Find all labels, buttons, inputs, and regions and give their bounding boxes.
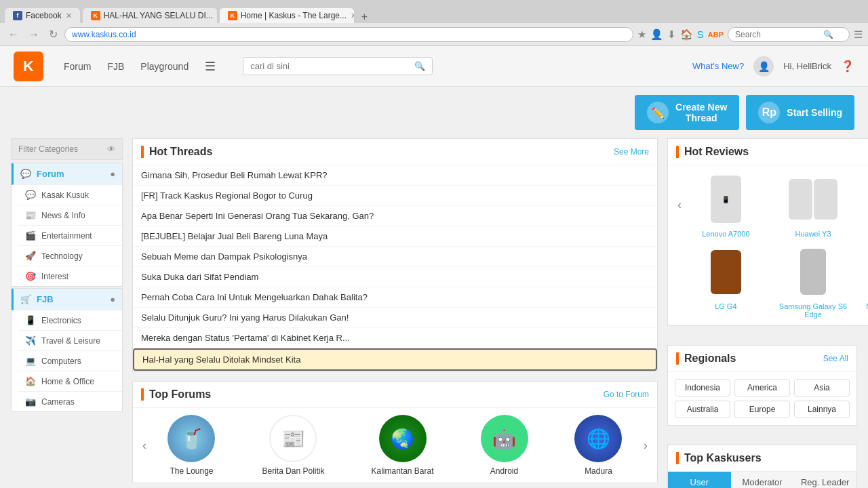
- site-logo[interactable]: [14, 52, 43, 81]
- thread-item-2[interactable]: Apa Benar Seperti Ini Generasi Orang Tua…: [133, 206, 657, 226]
- thread-item-7[interactable]: Selalu Ditunjuk Guru? Ini yang Harus Dil…: [133, 308, 657, 328]
- create-thread-button[interactable]: ✏️ Create NewThread: [635, 95, 739, 130]
- thread-item-9[interactable]: Hal-Hal yang Selalu Ditolak Mindset Kita: [133, 348, 657, 371]
- sidebar-item-news-info[interactable]: 📰 News & Info: [18, 205, 122, 226]
- thread-item-4[interactable]: Sebuah Meme dan Dampak Psikologisnya: [133, 247, 657, 267]
- back-button[interactable]: ←: [5, 27, 22, 42]
- new-tab-button[interactable]: +: [356, 11, 373, 23]
- tab-home-close[interactable]: ✕: [351, 12, 355, 20]
- thread-item-6[interactable]: Pernah Coba Cara Ini Untuk Mengeluarkan …: [133, 287, 657, 308]
- regional-btn-asia[interactable]: Asia: [794, 379, 850, 396]
- thread-item-3[interactable]: [BEJUBEL] Belajar Jual Beli Bareng Luna …: [133, 226, 657, 247]
- sidebar-item-forum[interactable]: 💬 Forum ●: [12, 163, 122, 185]
- regional-btn-america[interactable]: America: [734, 379, 790, 396]
- regional-btn-europe[interactable]: Europe: [734, 401, 790, 418]
- review-item-lenovo[interactable]: 📱 Lenovo A7000: [684, 172, 768, 238]
- filter-categories[interactable]: Filter Categories 👁: [11, 138, 123, 160]
- forum-arrow-icon: ●: [110, 169, 115, 179]
- reviews-prev-button[interactable]: ‹: [675, 198, 684, 212]
- lg-img: [702, 245, 749, 299]
- reload-button[interactable]: ↻: [46, 26, 60, 42]
- kaskuser-tab-user[interactable]: User: [668, 472, 731, 488]
- nav-forum[interactable]: Forum: [64, 61, 91, 72]
- thread-item-5[interactable]: Suka Duka dari Sifat Pendiam: [133, 267, 657, 287]
- forums-prev-button[interactable]: ‹: [140, 439, 149, 453]
- browser-search-input[interactable]: [735, 30, 823, 39]
- thread-item-1[interactable]: [FR] Track Kaskus Regional Bogor to Curu…: [133, 186, 657, 206]
- reviews-row-1: ‹ 📱 Lenovo A7000: [668, 165, 868, 245]
- thread-item-0[interactable]: Gimana Sih, Prosedur Beli Rumah Lewat KP…: [133, 165, 657, 186]
- regionals-see-all[interactable]: See All: [823, 354, 848, 363]
- kaskuser-tab-moderator[interactable]: Moderator: [731, 472, 794, 488]
- forums-next-button[interactable]: ›: [641, 439, 650, 453]
- forum-item-berita[interactable]: 📰 Berita Dan Politik: [262, 415, 324, 476]
- top-row: Hot Threads See More Gimana Sih, Prosedu…: [132, 138, 857, 488]
- hamburger-icon[interactable]: ☰: [205, 59, 216, 74]
- technology-icon: 🚀: [25, 251, 36, 261]
- lg-shape: [711, 250, 741, 294]
- forward-button[interactable]: →: [26, 27, 42, 42]
- interest-label: Interest: [41, 272, 68, 281]
- main-nav: Forum FJB Playground ☰ 🔍: [64, 57, 692, 75]
- tab-hal-close[interactable]: ✕: [217, 12, 218, 20]
- sidebar-item-kasak-kusuk[interactable]: 💬 Kasak Kusuk: [18, 185, 122, 205]
- home-icon[interactable]: 🏠: [680, 28, 693, 41]
- url-bar[interactable]: www.kaskus.co.id: [64, 27, 633, 42]
- download-icon[interactable]: ⬇: [667, 28, 676, 41]
- search-button-icon[interactable]: 🔍: [414, 61, 425, 71]
- forum-item-kalbar[interactable]: 🌏 Kalimantan Barat: [371, 415, 433, 476]
- thread-item-8[interactable]: Mereka dengan Status 'Pertama' di Kabine…: [133, 328, 657, 348]
- sidebar-item-computers[interactable]: 💻 Computers: [18, 351, 122, 371]
- tab-facebook-close[interactable]: ✕: [66, 12, 72, 20]
- forum-item-android[interactable]: 🤖 Android: [481, 415, 528, 476]
- review-item-macfac[interactable]: 🍟 MacFac Potato Stick: [859, 245, 868, 319]
- regional-btn-indonesia[interactable]: Indonesia: [675, 379, 730, 396]
- browser-search-bar[interactable]: 🔍: [728, 27, 850, 42]
- tab-home[interactable]: K Home | Kaskus - The Large... ✕: [219, 7, 355, 23]
- travel-label: Travel & Leisure: [41, 336, 100, 346]
- lenovo-name: Lenovo A7000: [684, 230, 768, 238]
- hot-threads-panel: Hot Threads See More Gimana Sih, Prosedu…: [132, 138, 658, 371]
- top-forums-go[interactable]: Go to Forum: [604, 390, 649, 399]
- forum-item-madura[interactable]: 🌐 Madura: [574, 415, 622, 476]
- site-search-input[interactable]: [250, 61, 414, 71]
- travel-icon: ✈️: [25, 336, 36, 346]
- review-item-samsung[interactable]: Samsung Galaxy S6 Edge: [772, 245, 855, 319]
- whats-new-link[interactable]: What's New?: [692, 61, 744, 71]
- review-item-yamaha[interactable]: 🏍 Yamaha: [859, 172, 868, 238]
- hi-user-label[interactable]: Hi, HellBrick: [783, 61, 831, 71]
- review-item-huawei[interactable]: Huawei Y3: [772, 172, 855, 238]
- kaskusers-header: Top Kaskusers: [668, 445, 856, 472]
- sidebar-item-fjb[interactable]: 🛒 FJB ●: [12, 289, 122, 310]
- help-icon[interactable]: ❓: [841, 60, 854, 73]
- huawei-shape: [789, 179, 837, 220]
- kaskuser-tab-regleader[interactable]: Reg. Leader: [793, 472, 856, 488]
- sidebar-item-home-office[interactable]: 🏠 Home & Office: [18, 371, 122, 392]
- samsung-shape: [800, 249, 826, 295]
- huawei-phone1: [789, 179, 812, 220]
- start-selling-button[interactable]: Rp Start Selling: [746, 95, 854, 130]
- extension-icon[interactable]: ABP: [708, 30, 724, 39]
- menu-icon[interactable]: ☰: [854, 28, 863, 41]
- nav-playground[interactable]: Playground: [140, 61, 189, 72]
- regional-btn-lainnya[interactable]: Lainnya: [794, 401, 850, 418]
- sidebar-item-travel[interactable]: ✈️ Travel & Leisure: [18, 331, 122, 351]
- filter-categories-label: Filter Categories: [18, 144, 78, 154]
- sidebar-item-electronics[interactable]: 📱 Electronics: [18, 310, 122, 331]
- sidebar-item-technology[interactable]: 🚀 Technology: [18, 246, 122, 266]
- tab-hal[interactable]: K HAL-HAL YANG SELALU DI... ✕: [82, 7, 218, 23]
- sidebar-item-cameras[interactable]: 📷 Cameras: [18, 392, 122, 411]
- forum-item-lounge[interactable]: 🥤 The Lounge: [167, 415, 215, 476]
- sidebar-item-entertainment[interactable]: 🎬 Entertainment: [18, 226, 122, 246]
- hot-threads-see-more[interactable]: See More: [614, 147, 649, 157]
- tab-facebook[interactable]: f Facebook ✕: [4, 7, 81, 23]
- skype-icon[interactable]: S: [697, 28, 704, 40]
- site-search[interactable]: 🔍: [243, 57, 433, 75]
- regional-btn-australia[interactable]: Australia: [675, 401, 730, 418]
- bookmark-icon[interactable]: ★: [637, 28, 646, 41]
- computers-icon: 💻: [25, 356, 36, 366]
- review-item-lg[interactable]: LG G4: [684, 245, 768, 319]
- nav-fjb[interactable]: FJB: [107, 61, 124, 72]
- account-icon[interactable]: 👤: [650, 28, 663, 41]
- sidebar-item-interest[interactable]: 🎯 Interest: [18, 266, 122, 286]
